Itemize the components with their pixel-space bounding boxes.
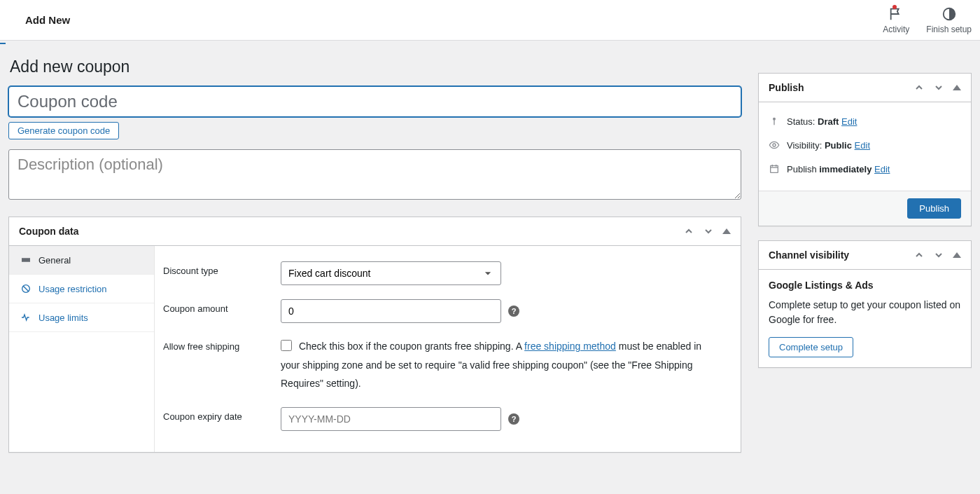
- page-title: Add new coupon: [8, 41, 741, 86]
- free-shipping-link[interactable]: free shipping method: [524, 341, 616, 352]
- tab-usage-restriction[interactable]: Usage restriction: [9, 275, 154, 303]
- channel-visibility-box: Channel visibility Google Listings & Ads…: [758, 240, 972, 368]
- finish-setup-button[interactable]: Finish setup: [926, 6, 972, 34]
- svg-rect-4: [774, 120, 774, 125]
- topbar-title: Add New: [25, 14, 70, 26]
- free-shipping-label: Allow free shipping: [163, 337, 281, 352]
- expiry-label: Coupon expiry date: [163, 407, 281, 422]
- discount-type-select[interactable]: Fixed cart discount: [281, 261, 501, 285]
- chevron-down-icon[interactable]: [933, 249, 944, 261]
- chevron-down-icon[interactable]: [703, 226, 714, 237]
- publish-box: Publish Status: Draft Edit Visibility: P…: [758, 73, 972, 226]
- description-textarea[interactable]: [8, 149, 741, 200]
- publish-button[interactable]: Publish: [907, 198, 961, 219]
- progress-circle-icon: [941, 6, 957, 22]
- chevron-up-icon[interactable]: [683, 226, 694, 237]
- ticket-icon: [20, 254, 31, 266]
- calendar-icon: [769, 163, 780, 174]
- coupon-data-box: Coupon data General Usage restriction: [8, 217, 741, 453]
- tab-usage-restriction-label: Usage restriction: [38, 284, 107, 294]
- schedule-row: Publish immediately Edit: [769, 157, 961, 181]
- edit-visibility-link[interactable]: Edit: [855, 140, 870, 151]
- svg-point-5: [773, 144, 776, 146]
- activity-label: Activity: [883, 25, 909, 34]
- generate-code-button[interactable]: Generate coupon code: [8, 122, 119, 139]
- coupon-data-title: Coupon data: [19, 226, 79, 237]
- publish-title: Publish: [769, 82, 804, 93]
- tab-general[interactable]: General: [9, 246, 154, 275]
- collapse-toggle-icon[interactable]: [953, 252, 961, 258]
- limits-icon: [20, 312, 31, 323]
- edit-status-link[interactable]: Edit: [841, 116, 857, 127]
- finish-setup-label: Finish setup: [926, 25, 972, 34]
- pin-icon: [769, 116, 780, 127]
- channel-subtitle: Google Listings & Ads: [769, 280, 961, 291]
- tab-usage-limits-label: Usage limits: [38, 313, 88, 323]
- chevron-up-icon[interactable]: [913, 82, 925, 93]
- tab-general-label: General: [38, 255, 71, 266]
- help-icon[interactable]: ?: [508, 306, 519, 317]
- collapse-toggle-icon[interactable]: [953, 85, 961, 90]
- eye-icon: [769, 139, 780, 151]
- top-bar: Add New Activity Finish setup: [0, 0, 980, 41]
- coupon-tabs: General Usage restriction Usage limits: [9, 246, 155, 452]
- coupon-code-input[interactable]: [8, 86, 741, 117]
- discount-type-label: Discount type: [163, 261, 281, 276]
- expiry-input[interactable]: [281, 407, 501, 431]
- svg-line-2: [23, 286, 29, 291]
- active-indicator: [0, 43, 6, 44]
- free-shipping-description: Check this box if the coupon grants free…: [281, 337, 715, 393]
- coupon-amount-label: Coupon amount: [163, 299, 281, 314]
- help-icon[interactable]: ?: [508, 413, 519, 425]
- activity-button[interactable]: Activity: [883, 6, 909, 34]
- svg-rect-6: [771, 165, 778, 172]
- edit-schedule-link[interactable]: Edit: [874, 164, 890, 174]
- chevron-up-icon[interactable]: [913, 249, 925, 261]
- tab-usage-limits[interactable]: Usage limits: [9, 303, 154, 332]
- restriction-icon: [20, 283, 31, 294]
- notification-dot-icon: [892, 5, 897, 9]
- channel-description: Complete setup to get your coupon listed…: [769, 298, 961, 327]
- chevron-down-icon[interactable]: [933, 82, 944, 93]
- coupon-amount-input[interactable]: [281, 299, 501, 323]
- complete-setup-button[interactable]: Complete setup: [769, 337, 853, 357]
- status-row: Status: Draft Edit: [769, 109, 961, 133]
- channel-title: Channel visibility: [769, 249, 849, 261]
- free-shipping-checkbox[interactable]: [281, 340, 292, 351]
- collapse-toggle-icon[interactable]: [722, 228, 731, 234]
- visibility-row: Visibility: Public Edit: [769, 133, 961, 157]
